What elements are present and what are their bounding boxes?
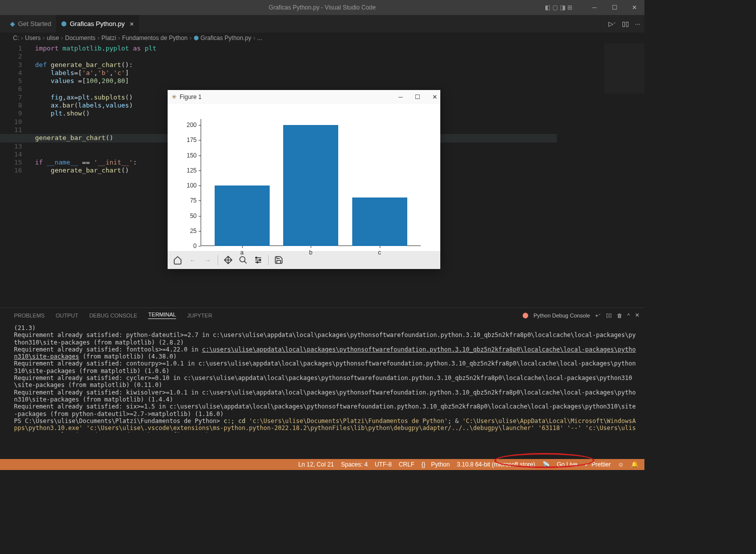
layout-primary-side-icon[interactable]: ◧ xyxy=(545,4,550,11)
y-tick-label: 200 xyxy=(181,122,197,128)
python-interpreter[interactable]: 3.10.8 64-bit (microsoft store) xyxy=(457,461,535,468)
minimap[interactable] xyxy=(604,44,644,94)
maximize-button[interactable]: ☐ xyxy=(604,0,624,15)
panel-tab-problems[interactable]: PROBLEMS xyxy=(14,312,45,318)
layout-customize-icon[interactable]: ⊞ xyxy=(567,4,572,11)
breadcrumb-item[interactable]: ... xyxy=(257,34,262,42)
code-line[interactable]: values =[100,200,80] xyxy=(35,77,157,85)
line-number: 10 xyxy=(0,118,22,126)
chart-bar xyxy=(352,198,407,246)
bar-chart: 0255075100125150175200abc xyxy=(201,119,421,246)
indentation[interactable]: Spaces: 4 xyxy=(341,461,368,468)
code-line[interactable] xyxy=(35,150,157,158)
configure-icon[interactable] xyxy=(252,254,264,266)
breadcrumb-item[interactable]: Graficas Python.py xyxy=(201,34,251,42)
split-editor-icon[interactable]: ▯▯ xyxy=(622,20,629,28)
code-line[interactable]: plt.show() xyxy=(35,110,157,118)
maximize-panel-icon[interactable]: ^ xyxy=(627,312,630,318)
layout-secondary-icon[interactable]: ◨ xyxy=(560,4,565,11)
kill-terminal-icon[interactable]: 🗑 xyxy=(617,312,622,318)
encoding[interactable]: UTF-8 xyxy=(375,461,392,468)
code-line[interactable]: generate_bar_chart() xyxy=(35,166,157,174)
radio-tower-icon[interactable]: 📡 xyxy=(542,461,550,468)
feedback-icon[interactable]: ☺ xyxy=(618,461,624,468)
code-line[interactable]: fig,ax=plt.subplots() xyxy=(35,94,157,102)
panel-tab-output[interactable]: OUTPUT xyxy=(56,312,78,318)
tab-graficas-python[interactable]: ⬢ Graficas Python.py × xyxy=(56,15,139,32)
tab-get-started[interactable]: ◆ Get Started xyxy=(0,15,56,32)
figure-maximize-button[interactable]: ☐ xyxy=(415,94,420,100)
code-line[interactable]: if __name__ == '__init__': xyxy=(35,158,157,166)
forward-icon[interactable]: → xyxy=(202,254,214,266)
home-icon[interactable] xyxy=(172,254,184,266)
code-line[interactable] xyxy=(35,142,157,150)
panel-tab-terminal[interactable]: TERMINAL xyxy=(148,312,176,319)
code-line[interactable] xyxy=(35,118,157,126)
braces-icon: {} xyxy=(421,461,425,468)
tab-label: Get Started xyxy=(18,20,51,28)
y-tick-label: 100 xyxy=(181,182,197,189)
figure-minimize-button[interactable]: ─ xyxy=(398,94,403,100)
close-window-button[interactable]: ✕ xyxy=(624,0,644,15)
eol[interactable]: CRLF xyxy=(399,461,414,468)
line-number: 15 xyxy=(0,158,22,166)
x-tick-label: c xyxy=(378,249,381,256)
breadcrumb-item[interactable]: Documents xyxy=(65,34,96,42)
y-tick-label: 175 xyxy=(181,136,197,144)
chart-bar xyxy=(283,125,338,246)
x-tick-label: a xyxy=(240,249,244,256)
y-tick-label: 125 xyxy=(181,167,197,174)
python-icon: ⬢ xyxy=(61,20,67,28)
y-tick-label: 75 xyxy=(181,197,197,204)
line-number: 2 xyxy=(0,52,22,60)
minimize-button[interactable]: ─ xyxy=(584,0,604,15)
code-line[interactable]: import matplotlib.pyplot as plt xyxy=(35,44,157,52)
svg-point-3 xyxy=(257,262,258,263)
cursor-position[interactable]: Ln 12, Col 21 xyxy=(298,461,334,468)
line-number: 8 xyxy=(0,102,22,110)
code-line[interactable]: ax.bar(labels,values) xyxy=(35,102,157,110)
bell-icon[interactable]: 🔔 xyxy=(631,461,638,468)
tab-label: Graficas Python.py xyxy=(70,20,125,28)
window-title: Graficas Python.py - Visual Studio Code xyxy=(269,4,376,11)
more-actions-icon[interactable]: ··· xyxy=(635,20,640,28)
figure-toolbar: ← → xyxy=(168,251,440,269)
language-mode[interactable]: {} Python xyxy=(421,461,450,468)
matplotlib-figure-window[interactable]: ✳ Figure 1 ─ ☐ ✕ 0255075100125150175200a… xyxy=(168,90,440,269)
panel-tab-debug-console[interactable]: DEBUG CONSOLE xyxy=(89,312,137,318)
breadcrumb-item[interactable]: ulise xyxy=(47,34,59,42)
close-panel-icon[interactable]: ✕ xyxy=(635,312,639,318)
back-icon[interactable]: ← xyxy=(187,254,199,266)
code-line[interactable] xyxy=(35,52,157,60)
terminal-output[interactable]: (21.3)Requirement already satisfied: pyt… xyxy=(0,322,644,432)
editor-tabs: ◆ Get Started ⬢ Graficas Python.py × ▷˅ … xyxy=(0,15,644,32)
y-tick-label: 0 xyxy=(181,242,197,250)
save-icon[interactable] xyxy=(273,254,285,266)
code-line[interactable]: def generate_bar_chart(): xyxy=(35,61,157,69)
new-terminal-icon[interactable]: +˅ xyxy=(595,312,600,318)
split-terminal-icon[interactable]: ▯▯ xyxy=(606,312,612,318)
run-button[interactable]: ▷˅ xyxy=(608,20,616,28)
y-tick-label: 50 xyxy=(181,212,197,220)
breadcrumb-item[interactable]: Users xyxy=(25,34,41,42)
code-line[interactable]: labels=['a','b','c'] xyxy=(35,69,157,77)
breadcrumb[interactable]: C:› Users› ulise› Documents› Platzi› Fun… xyxy=(0,32,644,44)
figure-title: Figure 1 xyxy=(180,94,202,100)
figure-close-button[interactable]: ✕ xyxy=(432,94,437,100)
prettier-status[interactable]: ✓ Prettier xyxy=(584,461,611,468)
panel-tab-jupyter[interactable]: JUPYTER xyxy=(187,312,212,318)
breadcrumb-item[interactable]: Fundamentos de Python xyxy=(122,34,188,42)
breadcrumb-item[interactable]: C: xyxy=(13,34,19,42)
figure-titlebar[interactable]: ✳ Figure 1 ─ ☐ ✕ xyxy=(168,90,440,104)
code-line[interactable] xyxy=(35,85,157,93)
vs-icon: ◆ xyxy=(10,20,15,28)
line-number-gutter: 12345678910111213141516 xyxy=(0,44,28,175)
breadcrumb-item[interactable]: Platzi xyxy=(102,34,116,42)
layout-panel-icon[interactable]: ▢ xyxy=(552,4,558,11)
code-line[interactable] xyxy=(35,126,157,134)
y-tick-label: 25 xyxy=(181,228,197,234)
terminal-kind-label[interactable]: Python Debug Console xyxy=(533,312,590,318)
go-live[interactable]: Go Live xyxy=(557,461,577,468)
pan-icon[interactable] xyxy=(222,254,234,266)
close-tab-icon[interactable]: × xyxy=(130,20,134,28)
